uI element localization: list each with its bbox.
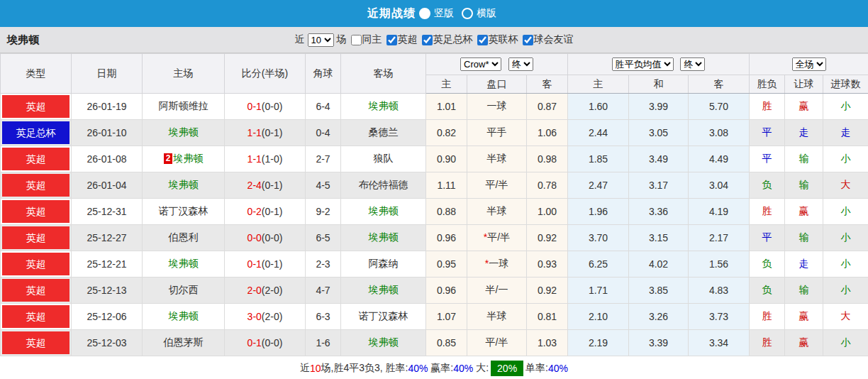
away-team-name: 桑德兰 (369, 126, 399, 138)
away-team-name: 埃弗顿 (369, 100, 399, 111)
date-cell: 26-01-08 (72, 146, 143, 172)
result-scope-select[interactable]: 全场 (792, 57, 826, 71)
date-cell: 25-12-13 (72, 278, 143, 304)
avg-draw-cell: 4.02 (629, 251, 689, 278)
summary-bar: 近10场,胜4平3负3, 胜率:40% 赢率:40% 大:20%单率:40% (0, 356, 868, 379)
score-cell: 0-2(0-1) (225, 199, 306, 225)
subheader-avg-home: 主 (568, 75, 629, 94)
subheader-odds-home: 主 (426, 75, 467, 94)
league-checkbox-facup[interactable] (422, 35, 433, 45)
subheader-winlose: 胜负 (750, 75, 785, 94)
home-cell: 切尔西 (143, 278, 225, 304)
odds-company-select[interactable]: Crow* (460, 57, 501, 71)
score-cell: 0-0(0-0) (225, 225, 306, 251)
fulltime-score: 2-4 (247, 180, 262, 191)
col-header-home: 主场 (143, 54, 225, 94)
match-table-body: 英超26-01-19阿斯顿维拉0-1(0-0)6-4埃弗顿1.01一球0.871… (1, 94, 868, 356)
home-cell: 埃弗顿 (143, 120, 225, 146)
home-cell: 阿斯顿维拉 (143, 94, 225, 120)
league-checkbox-eflcup[interactable] (477, 35, 488, 45)
league-label-facup[interactable]: 英足总杯 (433, 33, 473, 46)
home-team-name: 伯恩利 (169, 231, 199, 243)
avg-home-cell: 2.19 (568, 330, 629, 356)
away-cell: 诺丁汉森林 (341, 304, 426, 330)
score-cell: 2-0(2-0) (225, 278, 306, 304)
league-label-friendly[interactable]: 球会友谊 (534, 33, 574, 46)
subheader-handicap: 盘口 (467, 75, 527, 94)
horizontal-layout-label[interactable]: 横版 (477, 7, 496, 20)
league-cell: 英超 (1, 199, 72, 225)
subheader-avg-away: 客 (689, 75, 750, 94)
handicap-result-cell: 输 (785, 172, 823, 199)
home-cell: 埃弗顿 (143, 251, 225, 278)
away-team-name: 埃弗顿 (369, 284, 399, 295)
league-checkbox-premier[interactable] (386, 35, 397, 45)
odds-away-cell: 0.92 (527, 278, 568, 304)
summary-segment: 10 (310, 363, 321, 374)
red-card-badge: 2 (164, 153, 173, 164)
halftime-score: (0-1) (262, 127, 283, 138)
score-cell: 0-1(0-1) (225, 251, 306, 278)
avg-group-header: 胜平负均值 终 (568, 54, 750, 75)
home-team-name: 埃弗顿 (169, 126, 199, 138)
summary-segment: 40% (548, 363, 568, 374)
odds-away-cell: 0.81 (527, 304, 568, 330)
same-home-checkbox[interactable] (351, 35, 362, 45)
odds-away-cell: 0.87 (527, 94, 568, 120)
avg-final-select[interactable]: 终 (680, 57, 705, 71)
summary-segment: 场,胜4平3负3, 胜率: (321, 362, 408, 375)
match-table: 类型 日期 主场 比分(半场) 角球 客场 Crow* 终 胜平负均值 终 全场 (0, 53, 868, 356)
winlose-result-cell: 负 (750, 172, 785, 199)
goals-result-cell: 小 (823, 330, 868, 356)
league-label-premier[interactable]: 英超 (398, 33, 418, 46)
home-cell: 伯恩茅斯 (143, 330, 225, 356)
home-team-name: 埃弗顿 (169, 179, 199, 190)
odds-home-cell: 1.11 (426, 172, 467, 199)
same-home-label[interactable]: 同主 (362, 33, 382, 46)
league-badge: 英超 (2, 253, 69, 275)
table-row: 英超26-01-04埃弗顿2-4(0-1)4-5布伦特福德1.11平/半0.78… (1, 172, 868, 199)
date-cell: 25-12-03 (72, 330, 143, 356)
date-cell: 25-12-21 (72, 251, 143, 278)
halftime-score: (2-0) (262, 311, 283, 322)
league-cell: 英超 (1, 278, 72, 304)
handicap-cell: 一球 (467, 94, 527, 120)
odds-final-select[interactable]: 终 (508, 57, 533, 71)
league-badge: 英超 (2, 305, 69, 328)
fulltime-score: 0-1 (247, 258, 262, 270)
avg-away-cell: 3.04 (689, 172, 750, 199)
winlose-result-cell: 平 (750, 146, 785, 172)
winlose-result-cell: 胜 (750, 304, 785, 330)
goals-result-cell: 大 (823, 172, 868, 199)
horizontal-layout-radio[interactable] (462, 8, 473, 19)
fulltime-score: 0-2 (247, 206, 262, 217)
score-cell: 0-1(0-0) (225, 94, 306, 120)
score-cell: 0-1(0-0) (225, 330, 306, 356)
handicap-cell: 半球 (467, 199, 527, 225)
league-cell: 英超 (1, 172, 72, 199)
goals-result-cell: 大 (823, 304, 868, 330)
avg-away-cell: 3.08 (689, 120, 750, 146)
avg-draw-cell: 3.26 (629, 304, 689, 330)
league-label-eflcup[interactable]: 英联杯 (489, 33, 518, 46)
home-team-name: 阿斯顿维拉 (159, 100, 208, 111)
odds-home-cell: 0.85 (426, 330, 467, 356)
away-cell: 狼队 (341, 146, 426, 172)
league-checkbox-friendly[interactable] (523, 35, 533, 45)
odds-home-cell: 0.88 (426, 199, 467, 225)
vertical-layout-label[interactable]: 竖版 (434, 7, 454, 20)
match-count-select[interactable]: 10 (308, 33, 334, 47)
subheader-avg-draw: 和 (629, 75, 689, 94)
avg-away-cell: 1.56 (689, 251, 750, 278)
home-cell: 伯恩利 (143, 225, 225, 251)
score-cell: 3-0(2-0) (225, 304, 306, 330)
goals-result-cell: 小 (823, 199, 868, 225)
vertical-layout-radio[interactable] (419, 8, 430, 19)
col-header-corner: 角球 (306, 54, 341, 94)
panel-title: 近期战绩 (367, 6, 416, 21)
handicap-cell: *一球 (467, 251, 527, 278)
goals-result-cell: 小 (823, 94, 868, 120)
fulltime-score: 2-0 (247, 285, 262, 296)
avg-type-select[interactable]: 胜平负均值 (612, 57, 674, 71)
league-badge: 英足总杯 (2, 121, 69, 144)
